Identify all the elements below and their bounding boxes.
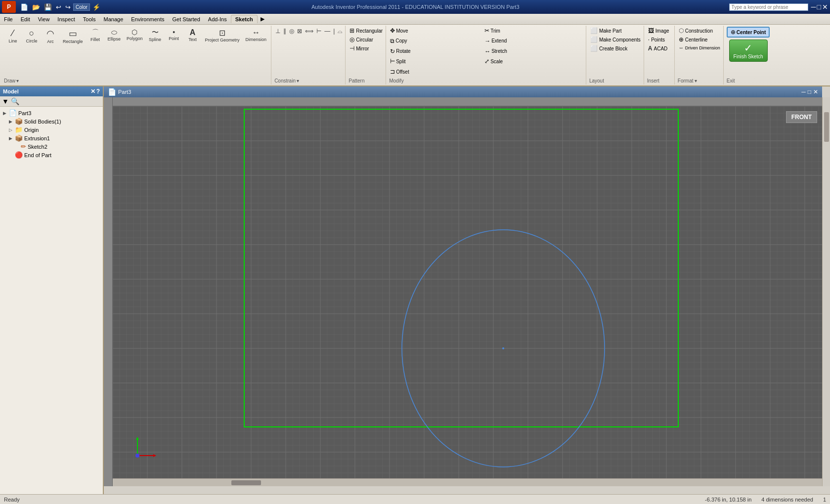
fillet-btn[interactable]: ⌒ Fillet	[87, 27, 104, 43]
fixed-btn[interactable]: ⊠	[296, 27, 303, 36]
pattern-group-label: Pattern	[349, 78, 384, 84]
canvas-viewport[interactable]: FRONT	[104, 97, 822, 486]
panel-close-btn[interactable]: ✕	[90, 88, 95, 95]
titlebar: P 📄 📂 💾 ↩ ↪ Color ⚡ Autodesk Inventor Pr…	[0, 0, 830, 14]
tree-item-solid-bodies[interactable]: ▶ 📦 Solid Bodies(1)	[1, 117, 102, 126]
canvas-titlebar: 📄 Part3 ─ □ ✕	[104, 86, 822, 97]
window-maximize[interactable]: □	[817, 3, 821, 11]
svg-marker-1	[136, 437, 139, 440]
menu-sketch[interactable]: Sketch	[231, 15, 258, 23]
ribbon-group-pattern: ⊞ Rectangular ◎ Circular ⊣ Mirror Patter…	[347, 26, 386, 84]
canvas-hscrollbar[interactable]	[113, 478, 822, 486]
line-btn[interactable]: ∕ Line	[4, 27, 22, 45]
canvas-close[interactable]: ✕	[813, 88, 818, 95]
points-btn[interactable]: · Points	[647, 36, 672, 43]
scale-btn[interactable]: ⤢Scale	[483, 57, 577, 65]
filter-btn[interactable]: ▼	[2, 97, 9, 105]
spline-btn[interactable]: 〜 Spline	[146, 27, 164, 43]
text-btn[interactable]: A Text	[184, 27, 202, 43]
image-btn[interactable]: 🖼 Image	[647, 27, 672, 35]
center-point-btn[interactable]: ⊕ Center Point	[727, 27, 770, 38]
draw-tools: ∕ Line ○ Circle ◠ Arc ▭ Rectangle	[4, 27, 269, 77]
concentric-btn[interactable]: ◎	[288, 27, 295, 36]
arc-btn[interactable]: ◠ Arc	[42, 27, 59, 45]
rectangular-btn[interactable]: ⊞ Rectangular	[349, 27, 384, 35]
hscrollbar-thumb[interactable]	[231, 480, 261, 485]
canvas-title: Part3	[118, 89, 131, 95]
tangent-btn[interactable]: ⌓	[337, 27, 343, 36]
ribbon-group-insert: 🖼 Image · Points A ACAD Insert	[645, 26, 675, 84]
vscrollbar-thumb[interactable]	[824, 112, 829, 142]
driven-dimension-btn[interactable]: ↔ Driven Dimension	[678, 44, 721, 51]
rotate-btn[interactable]: ↻Rotate	[389, 47, 482, 55]
menu-more[interactable]: ▶	[258, 15, 267, 23]
tree-item-extrusion1[interactable]: ▶ 📦 Extrusion1	[1, 134, 102, 142]
menu-inspect[interactable]: Inspect	[53, 15, 79, 23]
make-components-btn[interactable]: ⬜ Make Components	[589, 36, 642, 43]
svg-marker-3	[153, 454, 156, 457]
status-page: 1	[823, 497, 826, 503]
acad-btn[interactable]: A ACAD	[647, 44, 672, 52]
mirror-btn[interactable]: ⊣ Mirror	[349, 44, 384, 52]
point-btn[interactable]: • Point	[165, 27, 183, 42]
menu-add-ins[interactable]: Add-Ins	[204, 15, 231, 23]
search-panel-btn[interactable]: 🔍	[11, 97, 19, 105]
menu-view[interactable]: View	[34, 15, 54, 23]
constrain-group-label: Constrain ▾	[274, 78, 343, 84]
trim-btn[interactable]: ✂Trim	[483, 27, 577, 35]
vscrollbar[interactable]	[822, 97, 830, 486]
construction-btn[interactable]: ⬡ Construction	[678, 27, 721, 35]
color-scheme-select[interactable]: Color	[73, 3, 90, 11]
menu-environments[interactable]: Environments	[127, 15, 168, 23]
project-geometry-btn[interactable]: ⊡ Project Geometry	[203, 27, 242, 44]
modify-group-label: Modify	[389, 78, 584, 84]
coincident-btn[interactable]: ⊥	[274, 27, 281, 36]
window-minimize[interactable]: ─	[811, 3, 816, 11]
menu-file[interactable]: File	[0, 15, 17, 23]
top-ruler	[113, 97, 822, 106]
open-btn[interactable]: 📂	[31, 3, 42, 11]
create-block-btn[interactable]: ⬜ Create Block	[589, 44, 642, 52]
offset-btn[interactable]: ⊐Offset	[389, 68, 482, 76]
polygon-btn[interactable]: ⬡ Polygon	[124, 27, 145, 42]
menu-get-started[interactable]: Get Started	[169, 15, 204, 23]
menu-tools[interactable]: Tools	[79, 15, 100, 23]
collinear-btn[interactable]: ∥	[282, 27, 287, 36]
copy-btn[interactable]: ⧉Copy	[389, 37, 482, 45]
undo-btn[interactable]: ↩	[54, 3, 63, 11]
menu-edit[interactable]: Edit	[17, 15, 34, 23]
layout-tools: ⬜ Make Part ⬜ Make Components ⬜ Create B…	[589, 27, 642, 77]
canvas-minimize[interactable]: ─	[801, 88, 806, 95]
panel-help-btn[interactable]: ?	[96, 88, 100, 95]
save-btn[interactable]: 💾	[43, 3, 53, 11]
search-input[interactable]	[732, 4, 796, 10]
canvas-maximize[interactable]: □	[808, 88, 811, 95]
search-box[interactable]	[729, 3, 808, 11]
circular-pattern-btn[interactable]: ◎ Circular	[349, 36, 384, 43]
format-tools: ⬡ Construction ⊕ Centerline ↔ Driven Dim…	[678, 27, 721, 77]
update-btn[interactable]: ⚡	[91, 3, 102, 11]
move-btn[interactable]: ✥Move	[389, 27, 482, 35]
tree-item-end-of-part[interactable]: 🔴 End of Part	[1, 151, 102, 159]
menu-manage[interactable]: Manage	[100, 15, 128, 23]
perpendicular-btn[interactable]: ⊢	[315, 27, 322, 36]
vertical-btn[interactable]: |	[332, 27, 336, 36]
make-part-btn[interactable]: ⬜ Make Part	[589, 27, 642, 35]
new-btn[interactable]: 📄	[19, 3, 30, 11]
finish-sketch-btn[interactable]: ✓ Finish Sketch	[729, 40, 768, 62]
tree-item-part3[interactable]: ▶ 📄 Part3	[1, 109, 102, 117]
centerline-btn[interactable]: ⊕ Centerline	[678, 36, 721, 43]
window-close[interactable]: ✕	[822, 3, 828, 11]
tree-item-sketch2[interactable]: ✏ Sketch2	[1, 142, 102, 151]
tree-item-origin[interactable]: ▷ 📁 Origin	[1, 126, 102, 134]
extend-btn[interactable]: →Extend	[483, 37, 577, 45]
stretch-btn[interactable]: ↔Stretch	[483, 47, 577, 55]
redo-btn[interactable]: ↪	[64, 3, 72, 11]
dimension-btn[interactable]: ↔ Dimension	[243, 27, 269, 43]
rectangle-btn[interactable]: ▭ Rectangle	[60, 27, 86, 45]
horizontal-btn[interactable]: —	[323, 27, 331, 36]
circle-btn[interactable]: ○ Circle	[23, 27, 41, 45]
split-btn[interactable]: ⊢Split	[389, 57, 482, 65]
ellipse-btn[interactable]: ⬭ Ellipse	[105, 27, 124, 43]
parallel-btn[interactable]: ⟺	[304, 27, 314, 36]
